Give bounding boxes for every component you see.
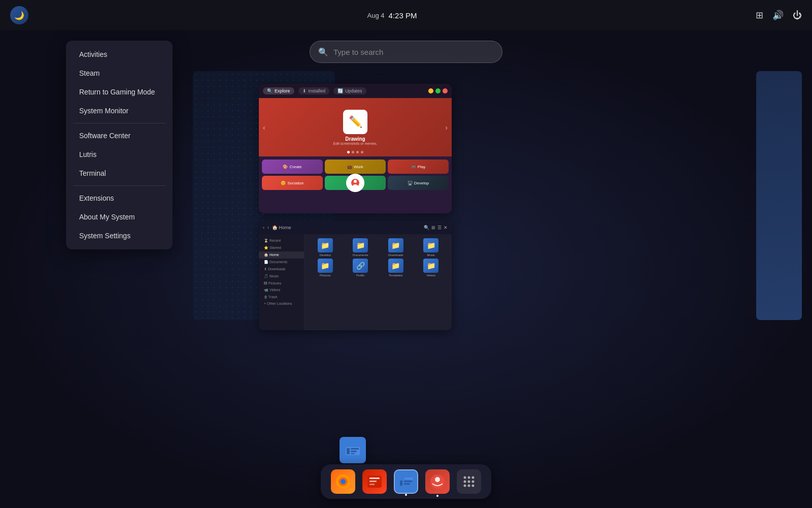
documents-label: Documents [353, 253, 368, 257]
banner-next[interactable]: › [445, 123, 448, 132]
files-window: ‹ › 🏠 Home 🔍 ⊞ ☰ ✕ ⌛ Recent ⭐ Starred 🏠 … [259, 221, 452, 330]
develop-icon: 🖥️ [408, 181, 413, 185]
menu-item-steam[interactable]: Steam [69, 64, 170, 82]
sidebar-item-recent[interactable]: ⌛ Recent [259, 237, 304, 244]
dock-store[interactable] [425, 469, 450, 494]
file-templates[interactable]: 📁 Templates [379, 259, 413, 277]
window-tabs: 🔍 Explore ⬇ Installed 🔄 Updates [263, 87, 366, 94]
window-minimize[interactable] [428, 88, 433, 93]
menu-item-terminal[interactable]: Terminal [69, 164, 170, 182]
store-active-dot [436, 495, 438, 497]
files-grid-icon[interactable]: ⊞ [431, 225, 435, 230]
svg-point-22 [464, 477, 466, 479]
menu-item-extensions[interactable]: Extensions [69, 189, 170, 207]
svg-point-2 [353, 184, 358, 187]
music-folder-icon: 📁 [423, 238, 438, 252]
svg-rect-19 [404, 483, 410, 485]
menu-item-system-monitor[interactable]: System Monitor [69, 102, 170, 120]
cat-play[interactable]: 🎮 Play [388, 160, 449, 174]
banner-app-icon: ✏️ [343, 110, 367, 134]
sidebar-item-starred[interactable]: ⭐ Starred [259, 244, 304, 251]
menu-item-return-gaming[interactable]: Return to Gaming Mode [69, 83, 170, 101]
file-music[interactable]: 📁 Music [415, 238, 448, 257]
gnome-icon [346, 174, 364, 192]
tab-updates[interactable]: 🔄 Updates [333, 87, 366, 94]
file-documents[interactable]: 📁 Documents [344, 238, 378, 257]
file-desktop[interactable]: 📁 Desktop [309, 238, 342, 257]
software-center-window: 🔍 Explore ⬇ Installed 🔄 Updates ‹ [259, 84, 452, 213]
public-folder-icon: 🔗 [353, 259, 368, 273]
window-controls [428, 88, 448, 93]
tab-installed[interactable]: ⬇ Installed [298, 87, 330, 94]
search-bar-wrapper: 🔍 [310, 41, 502, 63]
file-public[interactable]: 🔗 Public [344, 259, 378, 277]
files-list-icon[interactable]: ☰ [437, 225, 442, 230]
svg-point-26 [468, 481, 470, 483]
svg-rect-18 [404, 481, 412, 482]
dock-firefox[interactable] [331, 469, 355, 494]
sidebar-item-downloads[interactable]: ⬇ Downloads [259, 266, 304, 273]
files-close-icon[interactable]: ✕ [444, 225, 448, 230]
tab-explore[interactable]: 🔍 Explore [263, 87, 294, 94]
svg-rect-14 [369, 481, 377, 482]
sidebar-item-music[interactable]: 🎵 Music [259, 273, 304, 280]
topbar-logo[interactable]: 🌙 [10, 6, 28, 24]
files-search-icon[interactable]: 🔍 [424, 225, 429, 230]
banner-prev[interactable]: ‹ [263, 123, 265, 132]
templates-label: Templates [389, 274, 402, 277]
menu-item-system-settings[interactable]: System Settings [69, 227, 170, 245]
public-label: Public [356, 274, 364, 277]
desktop-label: Desktop [320, 253, 331, 257]
dot-1 [347, 151, 350, 153]
power-icon[interactable]: ⏻ [793, 10, 802, 21]
menu-item-lutris[interactable]: Lutris [69, 145, 170, 164]
banner-dots [347, 151, 363, 153]
downloads-label: Downloads [388, 253, 403, 257]
window-maximize[interactable] [435, 88, 441, 93]
dock-files[interactable] [394, 469, 418, 494]
cat-create[interactable]: 🎨 Create [262, 160, 323, 174]
file-videos[interactable]: 📁 Videos [415, 259, 448, 277]
network-icon[interactable]: ⊞ [756, 10, 763, 21]
cat-gnome[interactable] [325, 176, 386, 190]
sidebar-item-pictures[interactable]: 🖼 Pictures [259, 280, 304, 287]
pictures-folder-icon: 📁 [318, 259, 333, 273]
topbar-right: ⊞ 🔊 ⏻ [756, 10, 802, 21]
files-actions: 🔍 ⊞ ☰ ✕ [424, 225, 448, 230]
software-window-titlebar: 🔍 Explore ⬇ Installed 🔄 Updates [259, 84, 452, 98]
volume-icon[interactable]: 🔊 [772, 10, 784, 21]
menu-item-activities[interactable]: Activities [69, 45, 170, 64]
search-bar[interactable]: 🔍 [310, 41, 502, 63]
dock-apps[interactable] [457, 469, 481, 494]
sidebar-item-trash[interactable]: 🗑 Trash [259, 294, 304, 300]
files-forward-icon[interactable]: › [267, 225, 269, 230]
files-nav-controls: ‹ › 🏠 Home [263, 225, 291, 230]
sidebar-item-home[interactable]: 🏠 Home [259, 251, 304, 259]
sidebar-item-other-locations[interactable]: + Other Locations [259, 300, 304, 307]
cat-work[interactable]: 💼 Work [325, 160, 386, 174]
cat-develop[interactable]: 🖥️ Develop [388, 176, 449, 190]
installed-icon: ⬇ [302, 88, 307, 93]
menu-item-software-center[interactable]: Software Center [69, 126, 170, 145]
floating-file-manager-icon[interactable] [340, 437, 366, 463]
dock [321, 464, 491, 499]
sidebar-item-videos[interactable]: 📹 Videos [259, 287, 304, 294]
file-pictures[interactable]: 📁 Pictures [309, 259, 342, 277]
menu-divider-1 [73, 123, 165, 123]
window-close[interactable] [443, 88, 448, 93]
bg-panel-right [756, 71, 802, 320]
svg-rect-6 [351, 448, 359, 450]
topbar-date: Aug 4 [367, 12, 385, 19]
cat-socialize[interactable]: 😊 Socialize [262, 176, 323, 190]
file-downloads[interactable]: 📁 Downloads [379, 238, 413, 257]
files-back-icon[interactable]: ‹ [263, 225, 264, 230]
sidebar-item-documents[interactable]: 📄 Documents [259, 259, 304, 266]
svg-point-1 [354, 180, 357, 183]
music-label: Music [427, 253, 435, 257]
dock-software[interactable] [362, 469, 387, 494]
svg-rect-17 [400, 481, 402, 486]
search-input[interactable] [333, 48, 494, 56]
menu-item-about-my-system[interactable]: About My System [69, 208, 170, 226]
templates-folder-icon: 📁 [388, 259, 403, 273]
svg-point-29 [468, 485, 470, 487]
